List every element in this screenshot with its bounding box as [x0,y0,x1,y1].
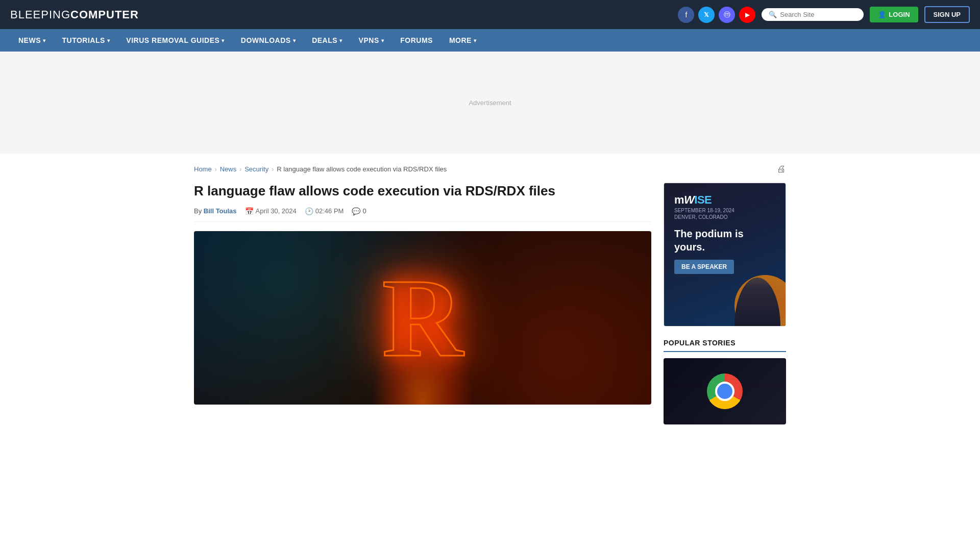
facebook-icon[interactable]: f [678,7,694,23]
site-logo[interactable]: BLEEPINGCOMPUTER [10,8,139,21]
nav-deals-caret: ▾ [339,38,342,43]
mwise-logo-text: mWISE [674,193,775,207]
nav-more-label: MORE [449,36,472,44]
nav-downloads[interactable]: DOWNLOADS ▾ [233,29,304,52]
nav-downloads-label: DOWNLOADS [241,36,291,44]
nav-tutorials-label: TUTORIALS [62,36,105,44]
article-meta: By Bill Toulas 📅 April 30, 2024 🕑 02:46 … [194,207,651,222]
breadcrumb: Home › News › Security › R language flaw… [194,164,786,174]
mwise-headline: The podium is yours. [674,227,775,254]
nav-news-label: NEWS [18,36,41,44]
article-sidebar: mWISE SEPTEMBER 18-19, 2024 DENVER, COLO… [664,183,786,424]
banner-ad-area: Advertisement [0,52,980,154]
comment-icon: 💬 [352,207,360,215]
signup-label: SIGN UP [934,11,961,18]
clock-icon: 🕑 [305,207,313,215]
mwise-date: SEPTEMBER 18-19, 2024 [674,208,775,213]
article-hero-image: R [194,231,651,405]
nav-news[interactable]: NEWS ▾ [10,29,54,52]
breadcrumb-left: Home › News › Security › R language flaw… [194,165,447,173]
twitter-icon[interactable]: 𝕏 [698,7,715,23]
site-header: BLEEPINGCOMPUTER f 𝕏 ⓜ ▶ 🔍 👤 LOGIN SIGN … [0,0,980,29]
article-date-item: 📅 April 30, 2024 [245,207,297,215]
nav-vpns-label: VPNS [359,36,379,44]
nav-deals-label: DEALS [312,36,337,44]
nav-virus-caret: ▾ [222,38,225,43]
comments-number: 0 [362,207,366,215]
user-icon: 👤 [878,11,886,18]
article-by-label: By Bill Toulas [194,207,237,215]
nav-downloads-caret: ▾ [293,38,296,43]
nav-virus-label: VIRUS REMOVAL GUIDES [126,36,219,44]
nav-virus-removal[interactable]: VIRUS REMOVAL GUIDES ▾ [118,29,232,52]
logo-bold: COMPUTER [70,8,139,21]
login-button[interactable]: 👤 LOGIN [870,7,918,22]
breadcrumb-security[interactable]: Security [244,165,268,173]
main-wrapper: Home › News › Security › R language flaw… [184,154,796,435]
nav-forums-label: FORUMS [400,36,433,44]
breadcrumb-current: R language flaw allows code execution vi… [277,165,447,173]
nav-news-caret: ▾ [43,38,46,43]
article-layout: R language flaw allows code execution vi… [194,183,786,424]
nav-tutorials[interactable]: TUTORIALS ▾ [54,29,118,52]
sidebar-ad-inner: mWISE SEPTEMBER 18-19, 2024 DENVER, COLO… [664,183,786,326]
mwise-logo: mWISE SEPTEMBER 18-19, 2024 DENVER, COLO… [674,193,775,220]
article-time: 02:46 PM [315,207,344,215]
article-date: April 30, 2024 [256,207,297,215]
popular-stories-section: POPULAR STORIES [664,339,786,424]
social-icons: f 𝕏 ⓜ ▶ [678,7,755,23]
popular-stories-title: POPULAR STORIES [664,339,786,352]
mastodon-icon[interactable]: ⓜ [719,7,735,23]
article-author[interactable]: Bill Toulas [204,207,237,215]
article-comments[interactable]: 💬 0 [352,207,366,215]
mwise-location: DENVER, COLORADO [674,214,775,220]
ad-placeholder-text: Advertisement [469,99,511,107]
signup-button[interactable]: SIGN UP [924,6,970,23]
nav-vpns[interactable]: VPNS ▾ [351,29,393,52]
search-input[interactable] [780,11,856,18]
search-bar: 🔍 [762,8,864,21]
nav-more[interactable]: MORE ▾ [441,29,485,52]
nav-tutorials-caret: ▾ [107,38,110,43]
nav-forums[interactable]: FORUMS [392,29,441,52]
article-time-item: 🕑 02:46 PM [305,207,344,215]
chrome-logo-icon [707,373,743,409]
article-main: R language flaw allows code execution vi… [194,183,651,405]
print-icon[interactable]: 🖨 [777,164,786,174]
header-right: f 𝕏 ⓜ ▶ 🔍 👤 LOGIN SIGN UP [678,6,970,23]
breadcrumb-sep-2: › [239,166,241,173]
youtube-icon[interactable]: ▶ [739,7,755,23]
main-nav: NEWS ▾ TUTORIALS ▾ VIRUS REMOVAL GUIDES … [0,29,980,52]
sidebar-ad: mWISE SEPTEMBER 18-19, 2024 DENVER, COLO… [664,183,786,327]
popular-story-thumb-1[interactable] [664,358,786,424]
breadcrumb-sep-1: › [215,166,217,173]
login-label: LOGIN [889,11,910,18]
logo-light: BLEEPING [10,8,70,21]
calendar-icon: 📅 [245,207,254,215]
breadcrumb-news[interactable]: News [220,165,237,173]
nav-deals[interactable]: DEALS ▾ [304,29,350,52]
article-title: R language flaw allows code execution vi… [194,183,651,200]
search-icon: 🔍 [769,11,777,18]
nav-vpns-caret: ▾ [381,38,384,43]
hero-r-letter: R [382,262,463,374]
breadcrumb-home[interactable]: Home [194,165,212,173]
mwise-cta-button[interactable]: BE A SPEAKER [674,260,734,274]
nav-more-caret: ▾ [474,38,477,43]
breadcrumb-sep-3: › [272,166,274,173]
